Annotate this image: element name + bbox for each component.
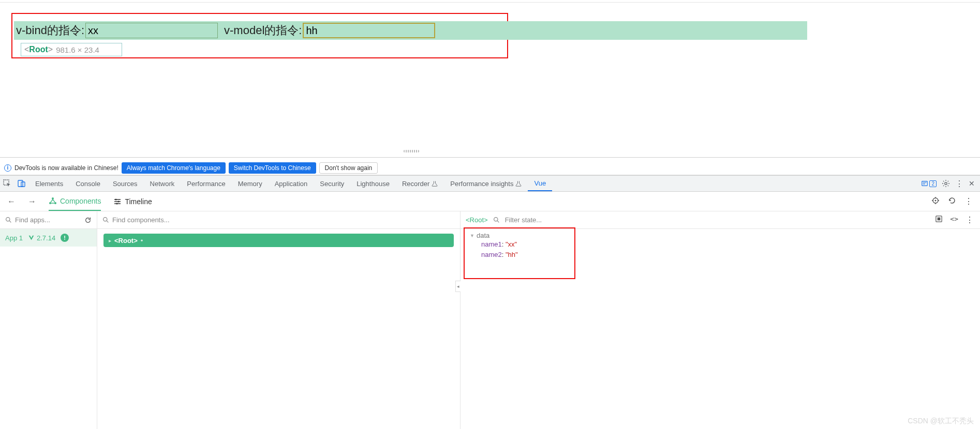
tooltip-dims: 981.6 × 23.4 <box>56 45 99 54</box>
svg-point-9 <box>118 201 120 202</box>
dont-show-button[interactable]: Don't show again <box>319 162 378 174</box>
angle-open: < <box>24 45 29 54</box>
inspect-element-icon[interactable] <box>0 176 14 191</box>
always-match-button[interactable]: Always match Chrome's language <box>122 162 226 174</box>
highlighted-element: v-bind的指令: v-model的指令: <box>14 21 807 40</box>
info-icon: i <box>4 164 11 172</box>
svg-point-12 <box>935 200 937 202</box>
scroll-to-icon[interactable] <box>935 215 943 225</box>
angle-close: > <box>48 45 53 54</box>
tree-node-label: <Root> <box>114 237 138 244</box>
tab-memory[interactable]: Memory <box>232 176 269 191</box>
warn-badge-icon[interactable]: ! <box>61 234 69 242</box>
vbind-label: v-bind的指令: <box>16 23 84 38</box>
device-toolbar-icon[interactable] <box>14 176 29 191</box>
find-apps-placeholder: Find apps... <box>15 216 50 224</box>
tab-security[interactable]: Security <box>314 176 350 191</box>
nav-back-icon[interactable]: ← <box>7 197 16 206</box>
svg-point-10 <box>116 203 118 204</box>
more-vue-icon[interactable]: ⋮ <box>964 196 973 206</box>
vue-logo-icon <box>28 235 35 241</box>
tab-application[interactable]: Application <box>269 176 314 191</box>
breadcrumb-root[interactable]: <Root> <box>466 216 488 224</box>
svg-rect-3 <box>922 181 928 186</box>
vbind-input[interactable] <box>85 23 218 38</box>
tooltip-name: Root <box>29 45 48 54</box>
tab-recorder[interactable]: Recorder <box>396 176 444 191</box>
svg-point-5 <box>52 197 54 200</box>
caret-icon: ▸ <box>109 238 111 243</box>
svg-point-15 <box>494 218 497 221</box>
tab-network[interactable]: Network <box>144 176 181 191</box>
tab-lighthouse[interactable]: Lighthouse <box>350 176 396 191</box>
search-row: Find apps... Find components... <Root> F… <box>0 211 980 229</box>
apps-column: App 1 2.7.14 ! <box>0 229 97 429</box>
state-data-box: ▼ data name1: "xx" name2: "hh" <box>464 227 575 279</box>
issues-badge[interactable]: 2 <box>921 180 937 187</box>
search-icon <box>493 217 500 223</box>
state-kv[interactable]: name2: "hh" <box>470 250 569 260</box>
find-apps-search[interactable]: Find apps... <box>0 211 97 228</box>
pane-splitter-handle[interactable] <box>404 150 419 152</box>
tab-elements[interactable]: Elements <box>29 176 69 191</box>
settings-icon[interactable] <box>942 179 950 188</box>
tab-sources[interactable]: Sources <box>107 176 144 191</box>
target-icon[interactable] <box>931 196 940 206</box>
find-components-placeholder: Find components... <box>112 216 170 224</box>
inspect-tooltip: <Root> 981.6 × 23.4 <box>21 43 122 56</box>
tab-perf-insights[interactable]: Performance insights <box>444 176 528 191</box>
collapse-handle-icon[interactable]: ◂ <box>455 281 461 292</box>
notice-text: DevTools is now available in Chinese! <box>14 164 118 172</box>
search-icon <box>5 217 12 223</box>
top-divider <box>0 2 980 3</box>
more-icon[interactable]: ⋮ <box>955 179 963 189</box>
switch-language-button[interactable]: Switch DevTools to Chinese <box>229 162 316 174</box>
app-version: 2.7.14 <box>28 234 55 242</box>
state-column: ▼ data name1: "xx" name2: "hh" <box>461 229 980 429</box>
state-kv[interactable]: name1: "xx" <box>470 239 569 250</box>
tab-performance[interactable]: Performance <box>181 176 231 191</box>
state-header: <Root> Filter state... <> ⋮ <box>461 211 980 228</box>
inspected-page-highlight: v-bind的指令: v-model的指令: <Root> 981.6 × 23… <box>11 13 508 58</box>
vmodel-input[interactable] <box>303 23 435 38</box>
svg-point-6 <box>49 202 51 204</box>
component-tree-column: ▸ <Root> • ◂ <box>97 229 461 429</box>
svg-point-4 <box>945 182 947 185</box>
tab-console[interactable]: Console <box>69 176 107 191</box>
mid-divider <box>0 157 980 158</box>
close-devtools-icon[interactable]: ✕ <box>969 179 975 188</box>
more-state-icon[interactable]: ⋮ <box>966 215 974 225</box>
triangle-down-icon: ▼ <box>470 233 474 238</box>
vmodel-label: v-model的指令: <box>224 23 302 38</box>
app-name: App 1 <box>5 234 23 242</box>
filter-state-placeholder[interactable]: Filter state... <box>505 216 542 224</box>
data-section-header[interactable]: ▼ data <box>470 232 569 239</box>
tab-vue[interactable]: Vue <box>528 176 552 191</box>
svg-point-13 <box>6 218 10 221</box>
search-icon <box>102 217 109 223</box>
svg-rect-1 <box>18 180 23 187</box>
nav-forward-icon[interactable]: → <box>28 197 36 206</box>
apps-refresh-icon[interactable] <box>84 217 92 224</box>
fragment-dot: • <box>141 237 143 244</box>
watermark: CSDN @软工不秃头 <box>908 417 974 426</box>
svg-point-8 <box>115 198 117 200</box>
devtools-tabbar: Elements Console Sources Network Perform… <box>0 175 980 192</box>
app-row[interactable]: App 1 2.7.14 ! <box>0 229 97 247</box>
vue-devtools-subtabs: ← → Components Timeline ⋮ <box>0 192 980 211</box>
refresh-icon[interactable] <box>948 196 956 206</box>
tree-node-root[interactable]: ▸ <Root> • <box>103 234 454 247</box>
subtab-components[interactable]: Components <box>49 192 101 211</box>
svg-point-7 <box>54 202 56 204</box>
language-notice-bar: i DevTools is now available in Chinese! … <box>0 161 980 175</box>
svg-point-14 <box>103 218 107 221</box>
inspect-dom-icon[interactable]: <> <box>950 215 958 225</box>
svg-rect-17 <box>938 218 941 221</box>
subtab-timeline[interactable]: Timeline <box>113 192 152 211</box>
find-components-search[interactable]: Find components... <box>97 211 461 228</box>
